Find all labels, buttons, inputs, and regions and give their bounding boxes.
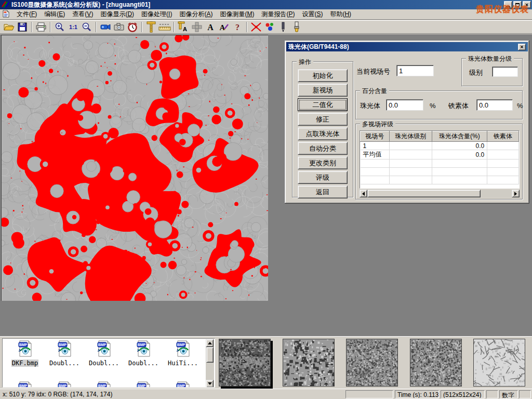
op-button-5[interactable]: 自动分类 xyxy=(298,142,348,155)
menu-item-3[interactable]: 图像显示(D) xyxy=(97,9,138,20)
classify-balls-icon[interactable] xyxy=(263,21,276,33)
file-name[interactable]: Doubl... xyxy=(128,360,159,367)
grid-icon[interactable] xyxy=(190,21,204,33)
file-vertical-scrollbar[interactable] xyxy=(206,339,214,388)
table-column-2[interactable]: 珠光体含量(%) xyxy=(432,131,487,142)
video-camera-icon[interactable] xyxy=(99,21,112,33)
table-column-3[interactable]: 铁素体 xyxy=(487,131,519,142)
thumbnail-1[interactable] xyxy=(283,339,335,387)
pearlite-value-input[interactable] xyxy=(386,99,423,111)
ruler-icon[interactable] xyxy=(158,21,171,33)
current-field-input[interactable] xyxy=(396,65,434,76)
timer-clock-icon[interactable] xyxy=(126,21,139,33)
table-horizontal-scrollbar[interactable] xyxy=(360,190,520,197)
menu-item-1[interactable]: 编辑(E) xyxy=(41,9,69,20)
save-floppy-icon[interactable] xyxy=(16,21,29,33)
delete-mark-icon[interactable] xyxy=(249,21,263,33)
file-item-row2-1[interactable]: BMP xyxy=(45,381,84,388)
table-row-2[interactable] xyxy=(361,159,519,168)
photo-camera-icon[interactable] xyxy=(112,21,126,33)
file-name[interactable]: HuiTi... xyxy=(167,360,198,367)
scroll-right-button[interactable] xyxy=(512,190,520,197)
table-row-0[interactable]: 10.0 xyxy=(361,142,519,150)
table-column-1[interactable]: 珠光体级别 xyxy=(389,131,432,142)
thumbnail-0[interactable] xyxy=(219,339,271,387)
text-a-icon[interactable]: A xyxy=(204,21,217,33)
level-input[interactable] xyxy=(492,66,518,77)
table-row-3[interactable] xyxy=(361,168,519,176)
multi-field-group-label: 多视场评级 xyxy=(360,120,395,129)
micrograph-image[interactable] xyxy=(1,35,268,301)
op-button-0[interactable]: 初始化 xyxy=(298,69,348,82)
bottom-panel: BMPDKF.bmpBMPDoubl...BMPDoubl...BMPDoubl… xyxy=(0,336,532,389)
file-browser: BMPDKF.bmpBMPDoubl...BMPDoubl...BMPDoubl… xyxy=(2,338,215,388)
multi-field-group: 多视场评级 视场号珠光体级别珠光体含量(%)铁素体10.0平均值0.0 xyxy=(355,124,523,200)
menu-item-0[interactable]: 文件(F) xyxy=(13,9,41,20)
file-name[interactable]: Doubl... xyxy=(88,360,119,367)
measure-text-icon[interactable]: A xyxy=(177,21,190,33)
ferrite-value-input[interactable] xyxy=(476,99,513,111)
scroll-down-button[interactable] xyxy=(206,380,214,388)
op-button-3[interactable]: 修正 xyxy=(298,113,348,126)
table-row-1[interactable]: 平均值0.0 xyxy=(361,150,519,159)
open-folder-icon[interactable] xyxy=(2,21,16,33)
menu-item-5[interactable]: 图像分析(A) xyxy=(176,9,216,20)
bmp-file-icon: BMP xyxy=(56,351,73,358)
file-item-3[interactable]: BMPDoubl... xyxy=(124,340,163,367)
scroll-left-button[interactable] xyxy=(360,190,367,197)
zoom-out-icon[interactable] xyxy=(80,21,94,33)
scrollbar-thumb[interactable] xyxy=(206,347,214,363)
op-button-4[interactable]: 点取珠光体 xyxy=(298,127,348,140)
actual-size-icon[interactable]: 1:1 xyxy=(66,21,80,33)
print-icon[interactable] xyxy=(34,21,48,33)
menu-item-6[interactable]: 图像测量(M) xyxy=(216,9,258,20)
file-item-row2-3[interactable]: BMP xyxy=(124,381,163,388)
op-button-7[interactable]: 评级 xyxy=(298,171,348,184)
pen-icon[interactable] xyxy=(276,21,290,33)
thumbnail-3[interactable] xyxy=(410,339,462,387)
file-item-4[interactable]: BMPHuiTi... xyxy=(164,340,202,367)
zoom-in-icon[interactable] xyxy=(53,21,66,33)
multi-field-table[interactable]: 视场号珠光体级别珠光体含量(%)铁素体10.0平均值0.0 xyxy=(360,130,520,189)
help-icon[interactable]: ? xyxy=(231,21,244,33)
file-item-row2-0[interactable]: BMP xyxy=(6,381,44,388)
file-item-1[interactable]: BMPDoubl... xyxy=(45,340,84,367)
file-name[interactable]: Doubl... xyxy=(49,360,80,367)
file-name[interactable]: DKF.bmp xyxy=(11,360,39,367)
svg-text:BMP: BMP xyxy=(138,343,146,347)
menu-item-4[interactable]: 图像处理(I) xyxy=(138,9,176,20)
level-label: 级别 xyxy=(469,68,483,77)
op-button-1[interactable]: 新视场 xyxy=(298,84,348,97)
file-item-row2-2[interactable]: BMP xyxy=(85,381,123,388)
file-item-2[interactable]: BMPDoubl... xyxy=(85,340,123,367)
current-field-label: 当前视场号 xyxy=(356,67,390,76)
table-cell xyxy=(432,159,487,168)
dialog-close-button[interactable]: × xyxy=(518,44,526,50)
file-item-0[interactable]: BMPDKF.bmp xyxy=(6,340,44,367)
op-button-2[interactable]: 二值化 xyxy=(298,98,348,111)
menu-bar: 文件(F)编辑(E)查看(V)图像显示(D)图像处理(I)图像分析(A)图像测量… xyxy=(0,9,532,20)
table-cell xyxy=(432,176,487,184)
menu-item-7[interactable]: 测量报告(P) xyxy=(258,9,298,20)
menu-item-8[interactable]: 设置(S) xyxy=(298,9,326,20)
op-button-6[interactable]: 更改类别 xyxy=(298,156,348,169)
scrollbar-thumb[interactable] xyxy=(367,190,481,197)
menu-item-2[interactable]: 查看(V) xyxy=(69,9,97,20)
table-column-0[interactable]: 视场号 xyxy=(361,131,390,142)
table-cell xyxy=(361,159,390,168)
menu-item-9[interactable]: 帮助(H) xyxy=(326,9,355,20)
caliper-icon[interactable] xyxy=(144,21,158,33)
scroll-up-button[interactable] xyxy=(206,339,214,347)
table-row-4[interactable] xyxy=(361,176,519,184)
percent-group: 百分含量 珠光体 % 铁素体 % xyxy=(355,90,523,119)
table-cell xyxy=(432,168,487,176)
cursor-position-status: x: 510 y: 79 idx: 0 RGB: (174, 174, 174) xyxy=(3,391,112,398)
grading-group-label: 珠光体数量分级 xyxy=(466,55,514,63)
edit-text-icon[interactable]: A xyxy=(217,21,231,33)
thumbnail-2[interactable] xyxy=(346,339,398,387)
op-button-8[interactable]: 返回 xyxy=(298,185,348,198)
document-icon[interactable] xyxy=(2,10,10,19)
thumbnail-4[interactable] xyxy=(473,339,525,387)
file-item-row2-4[interactable]: BMP xyxy=(164,381,202,388)
brush-icon[interactable] xyxy=(290,21,303,33)
